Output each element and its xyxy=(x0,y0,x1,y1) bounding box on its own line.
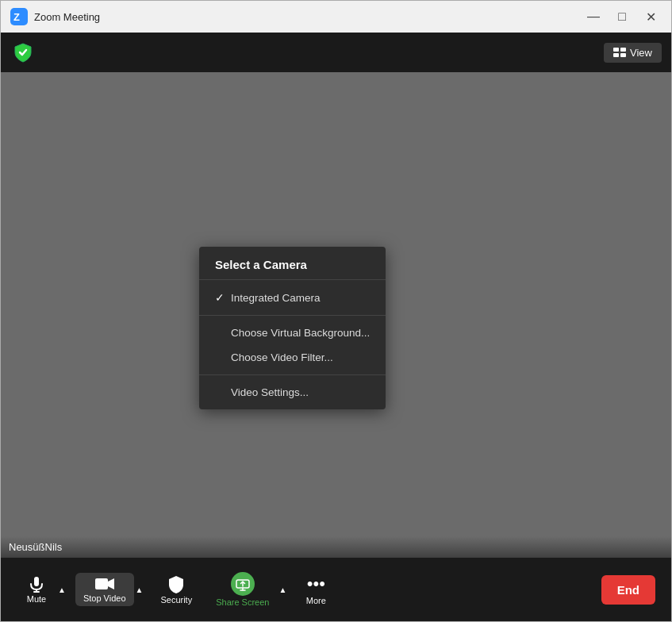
virtual-background-label: Choose Virtual Background... xyxy=(231,327,370,339)
participant-name: NeusüßNils xyxy=(1,536,671,558)
security-icon xyxy=(167,574,185,593)
zoom-window: Z Zoom Meeting — □ ✕ xyxy=(0,0,672,622)
video-filter-label: Choose Video Filter... xyxy=(231,351,333,363)
context-menu-title: Select a Camera xyxy=(199,247,386,280)
video-caret-button[interactable]: ▲ xyxy=(134,573,145,606)
context-menu-section-cameras: ✓ Integrated Camera xyxy=(199,280,386,316)
window-title: Zoom Meeting xyxy=(34,11,582,23)
minimize-button[interactable]: — xyxy=(582,8,605,25)
close-button[interactable]: ✕ xyxy=(639,8,662,25)
mute-caret-button[interactable]: ▲ xyxy=(56,572,67,607)
mute-label: Mute xyxy=(27,594,46,604)
context-menu-item-video-settings[interactable]: Video Settings... xyxy=(199,380,386,405)
check-icon: ✓ xyxy=(215,291,231,304)
video-area: Select a Camera ✓ Integrated Camera Choo… xyxy=(1,72,671,558)
video-camera-icon xyxy=(94,576,115,592)
svg-rect-5 xyxy=(620,53,626,57)
window-controls: — □ ✕ xyxy=(582,8,662,25)
end-button[interactable]: End xyxy=(601,575,655,605)
share-screen-group: Share Screen ▲ xyxy=(208,569,288,610)
svg-rect-4 xyxy=(613,53,619,57)
more-button[interactable]: ••• More xyxy=(296,570,336,609)
security-label: Security xyxy=(160,595,192,605)
security-button[interactable]: Security xyxy=(152,571,200,608)
microphone-icon xyxy=(28,575,45,593)
context-menu-section-settings: Video Settings... xyxy=(199,375,386,409)
meeting-area: View Select a Camera xyxy=(1,33,671,621)
zoom-logo: Z xyxy=(10,8,28,25)
video-settings-label: Video Settings... xyxy=(231,386,309,398)
svg-rect-2 xyxy=(613,48,619,52)
stop-video-group: Stop Video ▲ xyxy=(75,573,145,606)
share-screen-label: Share Screen xyxy=(216,597,269,607)
integrated-camera-label: Integrated Camera xyxy=(231,292,321,304)
svg-rect-9 xyxy=(34,577,39,586)
context-menu-item-integrated-camera[interactable]: ✓ Integrated Camera xyxy=(199,285,386,310)
more-icon: ••• xyxy=(307,574,325,594)
title-bar: Z Zoom Meeting — □ ✕ xyxy=(1,1,671,33)
security-shield-icon xyxy=(10,40,36,65)
mute-group: Mute ▲ xyxy=(17,572,67,607)
svg-rect-12 xyxy=(95,578,108,589)
svg-rect-3 xyxy=(620,48,626,52)
maximize-button[interactable]: □ xyxy=(611,8,633,25)
share-screen-icon-bg xyxy=(231,572,255,596)
more-group: ••• More xyxy=(296,570,336,609)
participant-name-text: NeusüßNils xyxy=(9,541,62,553)
share-screen-button[interactable]: Share Screen xyxy=(208,569,277,610)
stop-video-label: Stop Video xyxy=(83,593,126,603)
stop-video-button[interactable]: Stop Video xyxy=(75,573,134,606)
context-menu-item-virtual-background[interactable]: Choose Virtual Background... xyxy=(199,321,386,345)
security-group: Security xyxy=(152,571,200,608)
camera-context-menu: Select a Camera ✓ Integrated Camera Choo… xyxy=(199,247,386,409)
mute-button[interactable]: Mute xyxy=(17,572,56,607)
view-button[interactable]: View xyxy=(604,43,662,63)
more-label: More xyxy=(306,596,326,605)
context-menu-item-video-filter[interactable]: Choose Video Filter... xyxy=(199,345,386,370)
bottom-toolbar: Mute ▲ Stop Video ▲ xyxy=(1,558,671,621)
svg-text:Z: Z xyxy=(13,11,20,23)
meeting-top-bar: View xyxy=(1,33,671,72)
share-screen-caret-button[interactable]: ▲ xyxy=(277,569,288,610)
context-menu-section-background: Choose Virtual Background... Choose Vide… xyxy=(199,316,386,375)
view-label: View xyxy=(630,47,652,59)
